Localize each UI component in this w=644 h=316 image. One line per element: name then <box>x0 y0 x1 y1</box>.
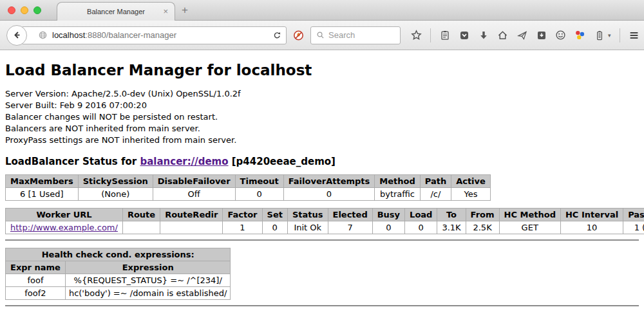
column-header: DisableFailover <box>153 175 235 188</box>
expression-cell: hc('body') =~ /domain is established/ <box>65 287 231 300</box>
table-cell: 1 (0) <box>623 221 644 234</box>
proxypass-note-line: ProxyPass settings are NOT inherited fro… <box>5 135 639 146</box>
flame-block-icon[interactable] <box>293 30 304 41</box>
column-header: Timeout <box>235 175 283 188</box>
colored-dots-icon[interactable] <box>574 30 585 41</box>
table-cell: 1 <box>223 221 262 234</box>
column-header: HC Method <box>499 209 560 221</box>
health-table-title: Health check cond. expressions: <box>6 248 231 261</box>
column-header: Load <box>405 209 437 221</box>
send-plane-icon[interactable] <box>516 30 527 41</box>
worker-url-link[interactable]: http://www.example.com/ <box>10 223 118 232</box>
minimize-window-icon[interactable] <box>21 6 28 14</box>
section-divider <box>5 239 639 241</box>
table-cell: 7 <box>328 221 372 234</box>
column-header: Status <box>287 209 328 221</box>
expression-cell: %{REQUEST_STATUS} =~ /^[234]/ <box>65 274 231 287</box>
toolbar-icons: ▾ <box>411 28 644 42</box>
health-data-row: foof2 hc('body') =~ /domain is establish… <box>6 287 231 300</box>
back-button[interactable] <box>6 25 27 46</box>
table-cell: Off <box>153 188 235 201</box>
column-header: Passes <box>623 209 644 221</box>
menu-icon[interactable] <box>629 30 639 41</box>
worker-status-table: Worker URL Route RouteRedir Factor Set S… <box>5 208 644 234</box>
search-input[interactable] <box>328 30 393 40</box>
home-icon[interactable] <box>497 30 508 41</box>
column-header: Path <box>420 175 451 188</box>
health-title-row: Health check cond. expressions: <box>6 248 231 261</box>
search-bar[interactable] <box>310 26 401 44</box>
column-header: Factor <box>223 209 262 221</box>
search-icon <box>315 30 326 41</box>
table-cell: 3.1K <box>437 221 466 234</box>
globe-icon <box>37 30 48 41</box>
tab-title: Balancer Manager <box>87 8 145 15</box>
table-cell: 0 <box>283 188 375 201</box>
health-check-table: Health check cond. expressions: Expr nam… <box>5 248 231 300</box>
table-cell: 0 <box>235 188 283 201</box>
table-cell: 6 [1 Used] <box>6 188 79 201</box>
toolbar-divider <box>620 28 620 42</box>
table-cell: 2.5K <box>466 221 499 234</box>
column-header: From <box>466 209 499 221</box>
column-header: RouteRedir <box>160 209 223 221</box>
smiley-icon[interactable] <box>555 30 566 41</box>
navigation-toolbar: localhost:8880/balancer-manager <box>0 21 644 50</box>
table-cell <box>122 221 160 234</box>
column-header: To <box>437 209 466 221</box>
clipboard-battery-icon[interactable] <box>594 30 605 41</box>
browser-tab[interactable]: Balancer Manager × <box>57 2 175 21</box>
server-version-line: Server Version: Apache/2.5.0-dev (Unix) … <box>5 88 639 100</box>
balancer-config-table: MaxMembers StickySession DisableFailover… <box>5 174 491 201</box>
chevron-down-icon[interactable]: ▾ <box>608 32 611 39</box>
status-prefix: LoadBalancer Status for <box>5 156 140 167</box>
page-bottom-divider <box>5 305 639 306</box>
title-bar: Balancer Manager × + <box>0 0 644 21</box>
url-text: localhost:8880/balancer-manager <box>52 30 267 40</box>
server-info: Server Version: Apache/2.5.0-dev (Unix) … <box>5 88 639 146</box>
table-cell <box>160 221 223 234</box>
column-header: StickySession <box>78 175 153 188</box>
column-header: MaxMembers <box>6 175 79 188</box>
back-icon <box>12 30 23 41</box>
traffic-lights <box>8 6 41 14</box>
tab-close-icon[interactable]: × <box>163 6 168 16</box>
reading-list-icon[interactable] <box>439 30 450 41</box>
zoom-window-icon[interactable] <box>33 6 41 14</box>
column-header: Set <box>262 209 287 221</box>
table-cell: 10 <box>560 221 623 234</box>
reload-icon[interactable] <box>271 30 282 41</box>
worker-header-row: Worker URL Route RouteRedir Factor Set S… <box>6 209 644 221</box>
status-suffix: [p4420eeae_demo] <box>229 156 336 167</box>
worker-url-cell: http://www.example.com/ <box>6 221 123 234</box>
download-box-icon[interactable] <box>536 30 547 41</box>
toolbar-divider <box>430 28 431 42</box>
persist-note-line: Balancer changes will NOT be persisted o… <box>5 111 639 123</box>
balancer-demo-link[interactable]: balancer://demo <box>140 156 228 167</box>
expr-name-cell: foof <box>6 274 66 287</box>
balancer-manager-page: Load Balancer Manager for localhost Serv… <box>0 50 644 306</box>
table-cell: Init Ok <box>287 221 328 234</box>
new-tab-button[interactable]: + <box>182 4 188 17</box>
column-header: Expr name <box>6 261 66 274</box>
balancer-header-row: MaxMembers StickySession DisableFailover… <box>6 175 491 188</box>
download-arrow-icon[interactable] <box>478 30 489 41</box>
bookmark-star-icon[interactable] <box>411 30 422 41</box>
column-header: Method <box>375 175 420 188</box>
health-data-row: foof %{REQUEST_STATUS} =~ /^[234]/ <box>6 274 231 287</box>
column-header: HC Interval <box>560 209 623 221</box>
url-bar[interactable]: localhost:8880/balancer-manager <box>21 26 287 44</box>
page-title: Load Balancer Manager for localhost <box>5 62 639 79</box>
loadbalancer-status-heading: LoadBalancer Status for balancer://demo … <box>5 156 639 167</box>
column-header: Busy <box>372 209 404 221</box>
close-window-icon[interactable] <box>8 6 15 14</box>
table-cell: /c/ <box>420 188 451 201</box>
worker-data-row: http://www.example.com/ 1 0 Init Ok 7 0 … <box>6 221 644 234</box>
table-cell: 0 <box>372 221 404 234</box>
column-header: FailoverAttempts <box>283 175 375 188</box>
expr-name-cell: foof2 <box>6 287 66 300</box>
column-header: Worker URL <box>6 209 123 221</box>
server-built-line: Server Built: Feb 9 2016 07:00:20 <box>5 100 639 111</box>
pocket-icon[interactable] <box>459 30 469 41</box>
table-cell: bytraffic <box>375 188 420 201</box>
